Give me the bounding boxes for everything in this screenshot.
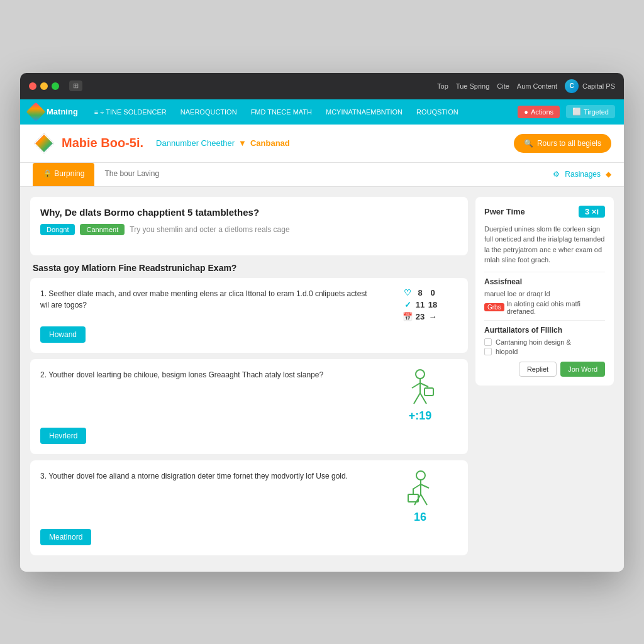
sidebar-section2-title: Aurttailators of Flllich bbox=[484, 326, 605, 335]
sub-header-right: 🔍 Rours to all begiels bbox=[514, 134, 611, 153]
breadcrumb-item-2[interactable]: Canbanad bbox=[250, 138, 290, 148]
nav-item-1[interactable]: ≡ ÷ TINE SOLDENCER bbox=[88, 99, 173, 125]
score-0: 0 bbox=[428, 288, 438, 297]
section1-sub: ln aloting caid ohis matfi drefaned. bbox=[507, 300, 605, 315]
question-hint: Try you shemlin and octer a dietloms rea… bbox=[130, 225, 289, 234]
score-icon-cal: 📅 bbox=[402, 312, 413, 321]
sub-question-3: 3. Youther dovel foe aliand a ntorne dis… bbox=[30, 460, 468, 555]
tab-laving[interactable]: The bour Laving bbox=[94, 163, 169, 186]
q3-score: 16 bbox=[414, 511, 426, 524]
tab1-label: Burpning bbox=[54, 169, 84, 178]
svg-line-5 bbox=[420, 383, 428, 387]
settings-label[interactable]: Rasinages bbox=[565, 170, 601, 179]
search-label: Rours to all begiels bbox=[537, 139, 601, 148]
timer-label: Pwer Time bbox=[484, 207, 525, 216]
search-icon: 🔍 bbox=[524, 139, 533, 148]
diamond-icon: ◆ bbox=[606, 170, 611, 179]
q1-number: 1. bbox=[40, 289, 47, 298]
tabs-right: ⚙ Rasinages ◆ bbox=[553, 170, 611, 179]
stick-figure-2 bbox=[403, 470, 438, 508]
sidebar-timer-header: Pwer Time 3 ×i bbox=[484, 206, 605, 218]
sub-question-1: 1. Seether dlate mach, and over mabe men… bbox=[30, 278, 468, 353]
checkbox-2[interactable] bbox=[484, 348, 492, 355]
option2-label: hiopold bbox=[496, 348, 518, 355]
q2-number: 2. bbox=[40, 370, 47, 379]
nav-item-4[interactable]: MCYINATNAEMBNTION bbox=[319, 99, 409, 125]
sidebar-section1-text: maruel loe or draqr ld bbox=[484, 290, 605, 297]
actions-button[interactable]: ● Actions bbox=[518, 106, 560, 118]
reply-button[interactable]: Repliet bbox=[519, 362, 557, 377]
nav-right: ● Actions ⬜ Tirgeted bbox=[518, 105, 615, 118]
checkbox-option-1: Cantaning hoin design & bbox=[484, 338, 605, 346]
jon-word-button[interactable]: Jon Word bbox=[560, 362, 605, 377]
svg-marker-1 bbox=[35, 135, 53, 152]
breadcrumb-separator: ▼ bbox=[238, 138, 247, 148]
main-layout: Why, De dlats Bormo chapptient 5 tatambl… bbox=[20, 187, 624, 572]
sub-header: Mabie Boo-5i. Dannumber Cheether ▼ Canba… bbox=[20, 125, 624, 163]
navbar: Matning ≡ ÷ TINE SOLDENCER NAEROQUCTION … bbox=[20, 99, 624, 125]
tirgeted-button[interactable]: ⬜ Tirgeted bbox=[566, 105, 615, 118]
window-controls bbox=[29, 82, 59, 90]
nav-logo[interactable]: Matning bbox=[29, 105, 78, 119]
sub-question-1-text: 1. Seether dlate mach, and over mabe men… bbox=[40, 288, 375, 311]
search-button[interactable]: 🔍 Rours to all begiels bbox=[514, 134, 611, 153]
sub-question-2-text: 2. Youther dovel learting be chiloue, be… bbox=[40, 369, 375, 380]
score-18: 18 bbox=[428, 300, 438, 309]
tag-dongnt[interactable]: Dongnt bbox=[40, 224, 75, 235]
browser-window: ⊞ Top Tue Spring Cite Aum Content C Capi… bbox=[20, 73, 624, 572]
sidebar-actions: Repliet Jon Word bbox=[484, 362, 605, 377]
sub-question-3-row: 3. Youther dovel foe aliand a ntorne dis… bbox=[40, 470, 458, 524]
titlebar-nav2: Tue Spring bbox=[456, 82, 489, 90]
tirgeted-label: Tirgeted bbox=[584, 108, 609, 116]
titlebar-nav: Top bbox=[437, 82, 448, 90]
left-content: Why, De dlats Bormo chapptient 5 tatambl… bbox=[30, 197, 468, 562]
svg-line-14 bbox=[421, 494, 427, 505]
brand-title-text: Mabie Boo- bbox=[62, 136, 130, 150]
divider-2 bbox=[484, 320, 605, 321]
score-icon-check: ✓ bbox=[402, 300, 413, 309]
user-avatar-small: C bbox=[565, 79, 579, 93]
question-tags: Dongnt Cannment Try you shemlin and octe… bbox=[40, 224, 458, 235]
breadcrumb-item-1[interactable]: Dannumber Cheether bbox=[156, 138, 235, 148]
q3-method-button[interactable]: Meatlnord bbox=[40, 529, 91, 545]
sub-section-title: Sassta goy Mlatiorn Fine Readstrunichap … bbox=[30, 263, 468, 273]
sub-question-2-visual: +:19 bbox=[382, 369, 458, 423]
svg-line-7 bbox=[420, 393, 426, 404]
minimize-dot[interactable] bbox=[40, 82, 48, 90]
section1-text: maruel loe or draqr ld bbox=[484, 290, 550, 297]
section1-badge: Grbs bbox=[484, 303, 504, 311]
titlebar-user-label: Capital PS bbox=[582, 82, 615, 90]
nav-item-5[interactable]: ROUQSTION bbox=[410, 99, 465, 125]
nav-item-3[interactable]: FMD TNECE MATH bbox=[245, 99, 318, 125]
actions-icon: ● bbox=[524, 108, 528, 116]
sub-question-2-row: 2. Youther dovel learting be chiloue, be… bbox=[40, 369, 458, 423]
close-dot[interactable] bbox=[29, 82, 36, 90]
sidebar-card: Pwer Time 3 ×i Duerpied unines slorn tle… bbox=[475, 197, 614, 386]
tirgeted-icon: ⬜ bbox=[572, 108, 581, 116]
sub-question-3-text: 3. Youther dovel foe aliand a ntorne dis… bbox=[40, 470, 375, 482]
maximize-dot[interactable] bbox=[52, 82, 59, 90]
svg-rect-8 bbox=[425, 388, 433, 396]
sub-question-1-row: 1. Seether dlate mach, and over mabe men… bbox=[40, 288, 458, 321]
breadcrumb: Dannumber Cheether ▼ Canbanad bbox=[156, 138, 290, 148]
titlebar-user[interactable]: C Capital PS bbox=[565, 79, 615, 93]
score-arrow: → bbox=[428, 312, 438, 321]
actions-label: Actions bbox=[531, 108, 553, 116]
right-sidebar: Pwer Time 3 ×i Duerpied unines slorn tle… bbox=[475, 197, 614, 562]
score-grid: ♡ 8 0 ✓ 11 18 📅 23 → bbox=[402, 288, 438, 321]
sidebar-section1-title: Assisfneal bbox=[484, 277, 605, 286]
checkbox-1[interactable] bbox=[484, 338, 492, 346]
svg-line-11 bbox=[413, 484, 421, 489]
main-question-title: Why, De dlats Bormo chapptient 5 tatambl… bbox=[40, 207, 458, 218]
brand-highlight: 5i. bbox=[130, 136, 143, 150]
q1-method-button[interactable]: Howand bbox=[40, 326, 86, 343]
tab-burpning[interactable]: 🔒 Burpning bbox=[33, 163, 94, 186]
q2-method-button[interactable]: Hevrlerd bbox=[40, 428, 86, 444]
nav-item-2[interactable]: NAEROQUCTION bbox=[174, 99, 243, 125]
option1-label: Cantaning hoin design & bbox=[496, 338, 571, 346]
sidebar-section1-badge-row: Grbs ln aloting caid ohis matfi drefaned… bbox=[484, 300, 605, 315]
score-23: 23 bbox=[415, 312, 425, 321]
q2-score: +:19 bbox=[409, 409, 432, 423]
tag-comment[interactable]: Cannment bbox=[80, 224, 125, 235]
timer-badge: 3 ×i bbox=[579, 206, 605, 218]
